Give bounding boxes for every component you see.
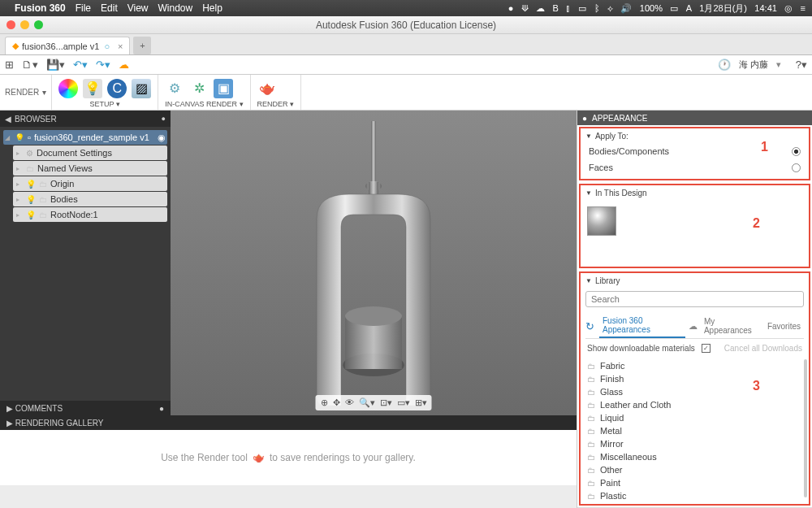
menu-window[interactable]: Window: [158, 2, 193, 14]
tree-item-origin[interactable]: ▸ 💡 🗀 Origin: [13, 176, 167, 191]
volume-icon[interactable]: 🔊: [620, 3, 632, 13]
tree-root[interactable]: ◢ 💡 ▫ fusion360_render_sample v1 ◉: [3, 130, 167, 145]
battery-percent[interactable]: 100%: [640, 3, 663, 13]
caret-icon[interactable]: ▸: [16, 165, 23, 172]
library-heading[interactable]: ▼ Library: [581, 273, 809, 288]
visibility-icon[interactable]: 💡: [15, 133, 24, 142]
spotlight-icon[interactable]: ◎: [784, 3, 793, 13]
apply-bodies-option[interactable]: Bodies/Components: [581, 143, 809, 159]
cloud-icon[interactable]: ☁: [536, 3, 545, 13]
notifications-icon[interactable]: ≡: [801, 3, 806, 13]
menu-edit[interactable]: Edit: [101, 2, 118, 14]
folder-metal[interactable]: 🗀Metal: [587, 424, 802, 437]
tab-fusion-appearances[interactable]: Fusion 360 Appearances: [599, 314, 685, 338]
caret-icon[interactable]: ▸: [16, 211, 23, 219]
render-settings-icon[interactable]: ✲: [189, 79, 209, 98]
visibility-icon[interactable]: 💡: [26, 211, 36, 219]
close-tab-icon[interactable]: ×: [118, 41, 123, 51]
menubar-date[interactable]: 1月28日(月): [699, 3, 747, 13]
scrollbar-thumb[interactable]: [804, 359, 807, 497]
folder-plastic[interactable]: 🗀Plastic: [587, 489, 802, 502]
menu-help[interactable]: Help: [202, 2, 222, 14]
show-downloadable-checkbox[interactable]: ✓: [702, 344, 710, 353]
sync-icon[interactable]: ↻: [585, 320, 594, 332]
collapse-icon[interactable]: ▼: [585, 189, 592, 197]
viewport-3d[interactable]: ⊕ ✥ 👁 🔍▾ ⊡▾ ▭▾ ⊞▾: [171, 111, 577, 415]
cancel-downloads-link[interactable]: Cancel all Downloads: [724, 344, 802, 353]
help-icon[interactable]: ?▾: [796, 59, 807, 71]
undo-icon[interactable]: ↶▾: [73, 59, 88, 71]
tab-favorites[interactable]: Favorites: [764, 319, 804, 333]
wifi-icon[interactable]: ⟡: [607, 3, 613, 13]
job-status-icon[interactable]: 🕐: [718, 59, 731, 71]
close-window-button[interactable]: [6, 20, 15, 29]
stats-icon[interactable]: ⫿: [566, 3, 571, 13]
radio-icon[interactable]: [792, 147, 801, 156]
maximize-window-button[interactable]: [34, 20, 43, 29]
tree-item-doc-settings[interactable]: ▸ ⚙ Document Settings: [13, 145, 167, 160]
app-menu[interactable]: Fusion 360: [15, 2, 66, 14]
user-name[interactable]: 海 内藤: [739, 59, 768, 71]
ribbon-label-render[interactable]: RENDER ▾: [257, 100, 295, 108]
pin-icon[interactable]: ●: [162, 115, 166, 123]
bluetooth-icon[interactable]: ᛒ: [594, 3, 600, 13]
b-icon[interactable]: B: [552, 3, 558, 13]
tree-item-named-views[interactable]: ▸ 🗀 Named Views: [13, 161, 167, 176]
library-folder-list[interactable]: 🗀Fabric 🗀Finish 🗀Glass 🗀Leather and Clot…: [581, 358, 809, 504]
fit-icon[interactable]: ⊡▾: [380, 397, 392, 408]
collapse-icon[interactable]: ▼: [585, 277, 592, 284]
folder-roofing[interactable]: 🗀Roofing: [587, 502, 802, 504]
folder-mirror[interactable]: 🗀Mirror: [587, 437, 802, 450]
minimize-window-button[interactable]: [20, 20, 29, 29]
gallery-header[interactable]: ▶ RENDERING GALLERY: [0, 415, 577, 430]
redo-icon[interactable]: ↷▾: [96, 59, 110, 71]
in-design-heading[interactable]: ▼ In This Design: [581, 185, 809, 200]
apply-faces-option[interactable]: Faces: [581, 159, 809, 176]
caret-icon[interactable]: ▸: [16, 180, 23, 188]
folder-other[interactable]: 🗀Other: [587, 463, 802, 476]
caret-icon[interactable]: ◢: [5, 134, 11, 141]
folder-leather[interactable]: 🗀Leather and Cloth: [587, 398, 802, 411]
visibility-icon[interactable]: 💡: [26, 195, 36, 204]
pan-icon[interactable]: ✥: [333, 397, 340, 408]
folder-fabric[interactable]: 🗀Fabric: [587, 359, 802, 372]
folder-glass[interactable]: 🗀Glass: [587, 385, 802, 398]
new-tab-button[interactable]: +: [133, 37, 151, 54]
folder-finish[interactable]: 🗀Finish: [587, 372, 802, 385]
radio-icon[interactable]: [792, 163, 801, 172]
grid-icon[interactable]: ⊞▾: [415, 397, 427, 408]
comments-panel-header[interactable]: ▶ COMMENTS ●: [0, 401, 171, 415]
folder-misc[interactable]: 🗀Miscellaneous: [587, 450, 802, 463]
texture-map-icon[interactable]: ▨: [132, 79, 151, 98]
tab-my-appearances[interactable]: My Appearances: [701, 315, 761, 337]
tree-item-bodies[interactable]: ▸ 💡 🗀 Bodies: [13, 192, 167, 206]
visibility-icon[interactable]: 💡: [26, 180, 36, 189]
material-swatch[interactable]: [587, 206, 616, 236]
folder-liquid[interactable]: 🗀Liquid: [587, 411, 802, 424]
folder-paint[interactable]: 🗀Paint: [587, 476, 802, 489]
in-canvas-render-icon[interactable]: ⚙: [165, 79, 184, 98]
save-icon[interactable]: 💾▾: [46, 59, 65, 71]
line-icon[interactable]: ●: [508, 3, 514, 13]
user-dropdown-icon[interactable]: ▾: [776, 59, 781, 70]
menu-file[interactable]: File: [76, 2, 91, 14]
dropbox-icon[interactable]: ⟱: [521, 3, 529, 13]
scene-settings-icon[interactable]: 💡: [83, 79, 102, 98]
data-panel-icon[interactable]: ⊞: [5, 59, 14, 71]
pin-icon[interactable]: ●: [582, 114, 587, 123]
menu-view[interactable]: View: [127, 2, 149, 14]
render-icon[interactable]: 🫖: [257, 79, 277, 98]
document-tab[interactable]: ◆ fusion36...ample v1 ○ ×: [5, 37, 130, 54]
ribbon-label-canvas[interactable]: IN-CANVAS RENDER ▾: [165, 100, 243, 108]
activate-icon[interactable]: ◉: [158, 132, 166, 143]
capture-image-icon[interactable]: ▣: [214, 79, 233, 98]
look-icon[interactable]: 👁: [345, 397, 354, 408]
tree-item-rootnode[interactable]: ▸ 💡 🗀 RootNode:1: [13, 207, 167, 222]
menubar-time[interactable]: 14:41: [754, 3, 777, 13]
airplay-icon[interactable]: ▭: [578, 3, 586, 13]
workspace-selector[interactable]: RENDER▾: [0, 75, 52, 110]
caret-icon[interactable]: ▸: [16, 150, 23, 157]
library-search-input[interactable]: [585, 291, 804, 307]
display-icon[interactable]: ▭▾: [397, 397, 410, 408]
ribbon-label-setup[interactable]: SETUP ▾: [58, 100, 151, 108]
